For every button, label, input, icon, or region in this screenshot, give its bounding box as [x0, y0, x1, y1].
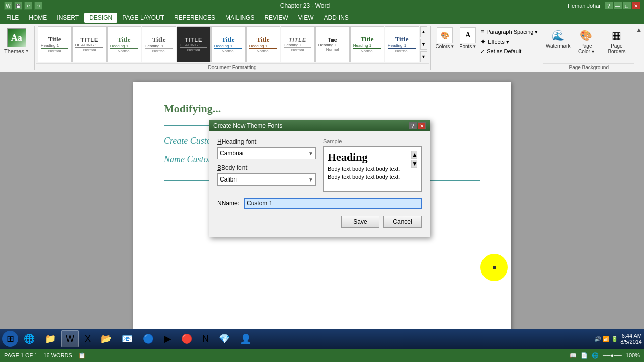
dialog-overlay: Create New Theme Fonts ? ✕ HHeading font…	[0, 0, 644, 362]
heading-font-select[interactable]: Cambria ▼	[217, 147, 316, 159]
body-font-select[interactable]: Calibri ▼	[217, 173, 316, 186]
dialog-body: HHeading font: Cambria ▼ BBody font: Cal…	[209, 131, 430, 237]
dialog-close-button[interactable]: ✕	[418, 122, 426, 129]
name-input[interactable]	[244, 198, 422, 209]
dialog-titlebar: Create New Theme Fonts ? ✕	[209, 120, 430, 131]
heading-font-arrow: ▼	[308, 151, 313, 156]
body-font-label: BBody font:	[217, 164, 316, 171]
create-theme-fonts-dialog: Create New Theme Fonts ? ✕ HHeading font…	[209, 120, 430, 237]
sample-scroll-up[interactable]: ▲	[411, 151, 417, 159]
heading-font-label: HHeading font:	[217, 138, 316, 145]
dialog-help-button[interactable]: ?	[409, 122, 417, 129]
sample-scroll-down[interactable]: ▼	[411, 160, 417, 168]
body-font-value: Calibri	[220, 176, 237, 183]
dialog-title-buttons: ? ✕	[409, 122, 426, 129]
dialog-title: Create New Theme Fonts	[213, 122, 282, 129]
fonts-row: HHeading font: Cambria ▼ BBody font: Cal…	[217, 138, 422, 192]
cancel-button[interactable]: Cancel	[383, 216, 422, 228]
body-font-arrow: ▼	[308, 177, 313, 183]
sample-label: Sample	[323, 138, 422, 144]
dialog-buttons: Save Cancel	[217, 216, 422, 230]
font-selects: HHeading font: Cambria ▼ BBody font: Cal…	[217, 138, 316, 192]
save-button[interactable]: Save	[341, 216, 379, 228]
name-field-label: NName:	[217, 200, 239, 207]
sample-heading-text: Heading	[328, 151, 411, 164]
sample-box: Heading Body text body text body text. B…	[323, 146, 422, 192]
name-row: NName:	[217, 198, 422, 209]
sample-body-text-2: Body text body text body text.	[328, 174, 411, 180]
sample-body-text-1: Body text body text body text.	[328, 166, 411, 172]
sample-preview: Sample Heading Body text body text body …	[323, 138, 422, 192]
heading-font-value: Cambria	[220, 150, 243, 157]
